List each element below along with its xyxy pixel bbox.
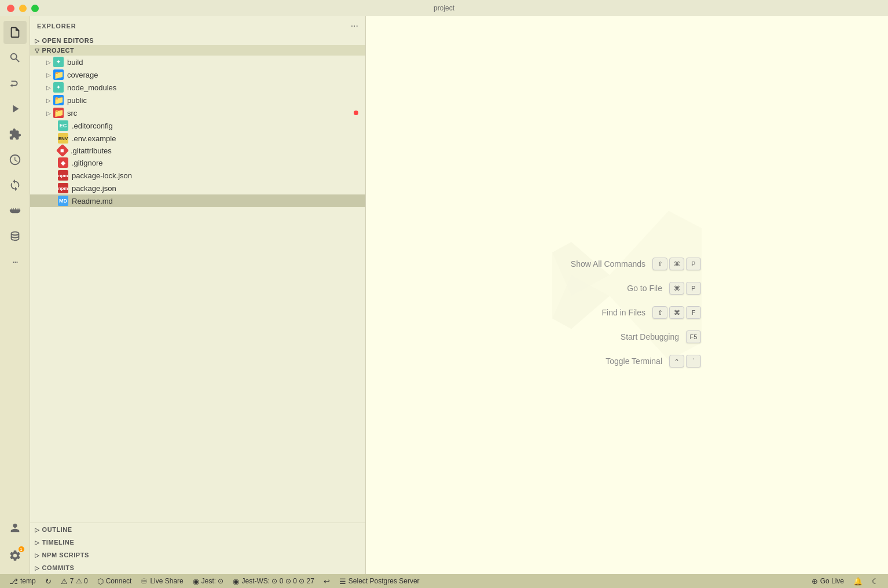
sync-status[interactable]: ↻: [41, 574, 56, 588]
key-f5: F5: [686, 330, 701, 343]
sidebar-bottom-panels: ▷ OUTLINE ▷ TIMELINE ▷ NPM SCRIPTS ▷ COM…: [30, 523, 365, 574]
folder-arrow: ▷: [46, 84, 51, 91]
timeline-arrow: ▷: [35, 539, 40, 546]
explorer-title: EXPLORER: [37, 23, 76, 30]
modified-indicator: [354, 111, 358, 115]
minimize-button[interactable]: [19, 5, 27, 12]
editorconfig-name: .editorconfig: [72, 122, 361, 130]
timeline-nav-status[interactable]: ↩: [319, 574, 335, 588]
main-layout: ··· 1 EXPLORER ··· ▷ OPEN EDITORS: [0, 16, 888, 574]
list-item[interactable]: ◆ .gitignore: [30, 156, 365, 169]
key-cmd: ⌘: [669, 258, 684, 270]
commits-section[interactable]: ▷ COMMITS: [30, 561, 365, 574]
packagelock-icon: npm: [58, 170, 68, 181]
list-item[interactable]: ENV .env.example: [30, 132, 365, 145]
run-debug-icon[interactable]: [3, 97, 27, 120]
src-folder-name: src: [67, 109, 361, 117]
postgres-icon: ☰: [339, 577, 346, 586]
list-item[interactable]: ▷ ✦ build: [30, 56, 365, 68]
golive-status[interactable]: ⊕ Go Live: [807, 574, 849, 588]
title-bar: project: [0, 0, 888, 16]
npm-scripts-section[interactable]: ▷ NPM SCRIPTS: [30, 549, 365, 561]
key-cmd: ⌘: [669, 282, 684, 295]
packagejson-name: package.json: [72, 184, 361, 193]
activity-bar: ··· 1: [0, 16, 30, 574]
outline-section[interactable]: ▷ OUTLINE: [30, 523, 365, 536]
list-item[interactable]: npm package-lock.json: [30, 169, 365, 182]
sidebar-more-button[interactable]: ···: [351, 21, 358, 31]
project-arrow: ▽: [35, 47, 40, 54]
list-item[interactable]: ▷ ✦ node_modules: [30, 81, 365, 94]
readme-name: Readme.md: [72, 197, 361, 205]
timeline-label: TIMELINE: [42, 539, 75, 546]
folder-arrow: ▷: [46, 72, 51, 78]
liveshare-status[interactable]: ♾ Live Share: [136, 574, 188, 588]
connect-status[interactable]: ⬡ Connect: [93, 574, 137, 588]
theme-status[interactable]: ☾: [867, 574, 883, 588]
search-icon[interactable]: [3, 46, 27, 69]
errors-status[interactable]: ⚠ 7 ⚠ 0: [56, 574, 93, 588]
project-label: PROJECT: [42, 47, 75, 54]
timeline-nav-icon: ↩: [324, 577, 330, 586]
editorconfig-icon: EC: [58, 120, 68, 131]
window-title: project: [434, 4, 454, 12]
docker-icon[interactable]: [3, 199, 27, 222]
remote-icon[interactable]: [3, 174, 27, 197]
env-icon: ENV: [58, 133, 68, 144]
toggle-terminal-label: Toggle Terminal: [570, 357, 662, 366]
notification-status[interactable]: 🔔: [849, 574, 867, 588]
list-item[interactable]: ▷ 📁 coverage: [30, 68, 365, 81]
open-editors-section[interactable]: ▷ OPEN EDITORS: [30, 36, 365, 45]
database-icon[interactable]: [3, 225, 27, 248]
postgres-status[interactable]: ☰ Select Postgres Server: [335, 574, 424, 588]
jest-ws-icon: ◉: [233, 577, 239, 586]
public-folder-name: public: [67, 96, 361, 105]
sync-icon: ↻: [45, 577, 52, 586]
extensions-icon[interactable]: [3, 123, 27, 146]
sidebar-header: EXPLORER ···: [30, 16, 365, 36]
outline-label: OUTLINE: [42, 526, 72, 533]
list-item[interactable]: npm package.json: [30, 182, 365, 194]
list-item[interactable]: ◆ .gitattributes: [30, 145, 365, 156]
more-icon[interactable]: ···: [3, 250, 27, 273]
list-item[interactable]: ▷ 📁 public: [30, 94, 365, 106]
key-p: P: [686, 258, 701, 270]
coverage-folder-name: coverage: [67, 71, 361, 79]
key-cmd: ⌘: [669, 306, 684, 319]
list-item[interactable]: ▷ 📁 src: [30, 106, 365, 119]
timeline-icon[interactable]: [3, 148, 27, 171]
branch-text: temp: [20, 577, 36, 585]
liveshare-text: Live Share: [150, 577, 183, 585]
branch-status[interactable]: ⎇ temp: [5, 574, 41, 588]
maximize-button[interactable]: [31, 5, 39, 12]
nodemodules-folder-icon: ✦: [53, 82, 64, 93]
nodemodules-folder-name: node_modules: [67, 83, 361, 92]
settings-icon[interactable]: 1: [3, 544, 27, 567]
folder-arrow: ▷: [46, 110, 51, 116]
source-control-icon[interactable]: [3, 72, 27, 95]
show-all-commands-row: Show All Commands ⇧ ⌘ P: [553, 258, 701, 270]
close-button[interactable]: [7, 5, 14, 12]
show-all-commands-label: Show All Commands: [553, 259, 645, 269]
timeline-section[interactable]: ▷ TIMELINE: [30, 536, 365, 549]
key-p: P: [686, 282, 701, 295]
jest-ws-status[interactable]: ◉ Jest-WS: ⊙ 0 ⊙ 0 ⊙ 27: [228, 574, 318, 588]
npm-scripts-arrow: ▷: [35, 552, 40, 558]
find-in-files-keys: ⇧ ⌘ F: [652, 306, 701, 319]
npm-scripts-label: NPM SCRIPTS: [42, 552, 89, 558]
outline-arrow: ▷: [35, 527, 40, 533]
golive-text: Go Live: [820, 577, 844, 585]
key-shift: ⇧: [652, 306, 667, 319]
jest-icon: ◉: [193, 577, 199, 586]
key-ctrl: ^: [669, 355, 684, 368]
project-section[interactable]: ▽ PROJECT: [30, 45, 365, 56]
list-item[interactable]: MD Readme.md: [30, 194, 365, 207]
build-folder-name: build: [67, 58, 361, 67]
accounts-icon[interactable]: [3, 516, 27, 539]
list-item[interactable]: EC .editorconfig: [30, 119, 365, 132]
jest-status[interactable]: ◉ Jest: ⊙: [188, 574, 229, 588]
start-debugging-keys: F5: [686, 330, 701, 343]
start-debugging-row: Start Debugging F5: [553, 330, 701, 343]
jest-text: Jest: ⊙: [201, 577, 224, 585]
explorer-icon[interactable]: [3, 21, 27, 44]
